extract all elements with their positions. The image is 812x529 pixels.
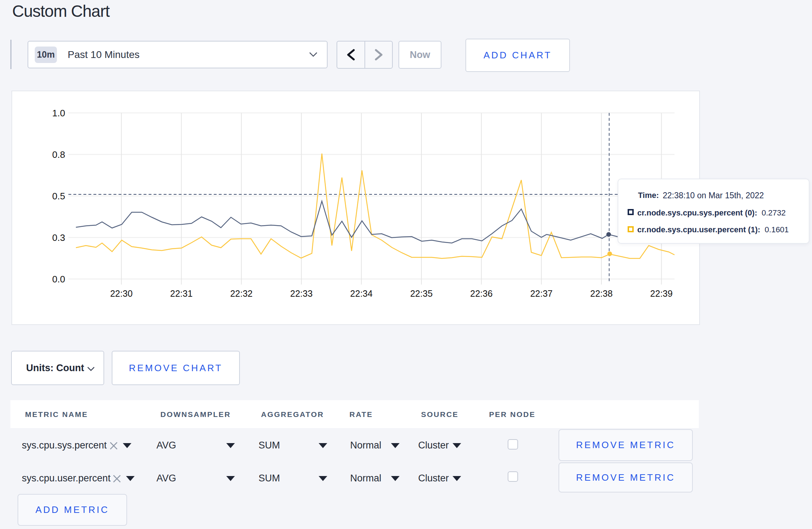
svg-text:22:39: 22:39 [650, 288, 673, 299]
svg-text:0.0: 0.0 [52, 274, 65, 285]
svg-text:22:33: 22:33 [290, 288, 313, 299]
svg-text:22:34: 22:34 [350, 288, 373, 299]
svg-text:22:32: 22:32 [230, 288, 253, 299]
svg-text:0.8: 0.8 [52, 149, 65, 160]
svg-text:0.3: 0.3 [52, 232, 65, 243]
svg-text:22:36: 22:36 [470, 288, 493, 299]
svg-text:22:31: 22:31 [170, 288, 193, 299]
svg-text:22:35: 22:35 [410, 288, 433, 299]
svg-text:22:30: 22:30 [110, 288, 133, 299]
svg-text:1.0: 1.0 [52, 108, 65, 118]
svg-text:0.5: 0.5 [52, 191, 65, 202]
svg-text:22:37: 22:37 [530, 288, 553, 299]
svg-text:22:38: 22:38 [590, 288, 613, 299]
